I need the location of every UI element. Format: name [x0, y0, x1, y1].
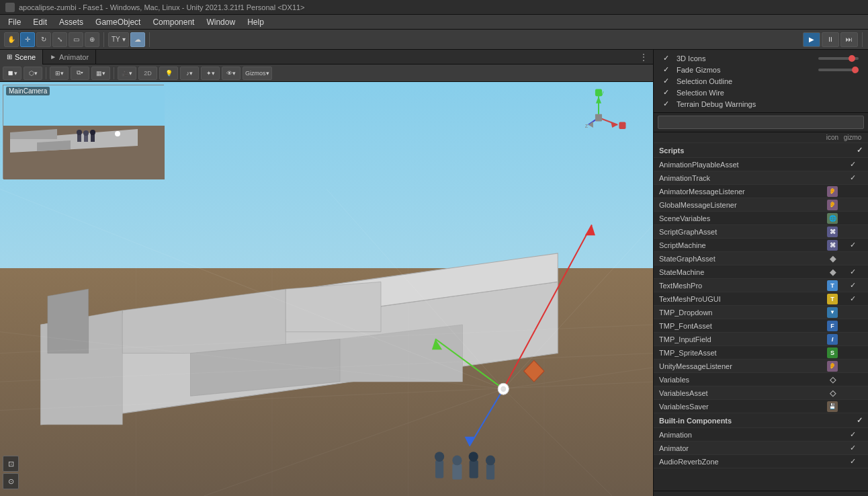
camera-preview: MainCamera — [3, 85, 164, 179]
scene-tool-1[interactable]: ⊡ — [3, 456, 19, 472]
script-row-statemachine[interactable]: StateMachine ◆ ✓ — [654, 265, 868, 279]
script-gizmo-cell: ✓ — [842, 160, 863, 169]
script-gizmo-cell: ✓ — [842, 457, 863, 466]
tab-scene[interactable]: ⊞ Scene — [0, 50, 43, 65]
hidden-btn[interactable]: 👁▾ — [222, 67, 241, 80]
sun-icon: ✦ — [79, 329, 94, 351]
scene-viewport[interactable]: y z MainCamera — [0, 82, 653, 496]
tabs-more[interactable]: ⋮ — [634, 52, 653, 62]
pause-button[interactable]: ⏸ — [822, 32, 839, 47]
cloud-btn[interactable]: ☁ — [130, 32, 145, 47]
light-btn[interactable]: 💡 — [159, 67, 178, 80]
rotate-tool[interactable]: ↻ — [36, 32, 51, 47]
script-icon-cell: 👂 — [822, 186, 842, 197]
script-name: TextMeshProUGUI — [659, 295, 822, 303]
script-row-globalmessagelistener[interactable]: GlobalMessageListener 👂 — [654, 198, 868, 212]
script-name: Variables — [659, 376, 822, 384]
script-row-tmp-inputfield[interactable]: TMP_InputField I — [654, 333, 868, 346]
play-button[interactable]: ▶ — [803, 32, 820, 47]
script-row-scriptgraphasset[interactable]: ScriptGraphAsset ⌘ — [654, 225, 868, 239]
fx-btn[interactable]: ✦▾ — [201, 67, 220, 80]
ear-icon: 👂 — [827, 200, 838, 210]
script-row-variablesasset[interactable]: VariablesAsset ◇ — [654, 386, 868, 400]
script-row-tmp-fontasset[interactable]: TMP_FontAsset F — [654, 319, 868, 333]
ear-icon: 👂 — [827, 361, 838, 372]
script-name: TMP_SpriteAsset — [659, 349, 822, 357]
gizmos-terrain-row[interactable]: ✓ Terrain Debug Warnings — [659, 98, 863, 110]
script-row-scenevariables[interactable]: SceneVariables 🌐 — [654, 212, 868, 225]
toolbar: ✋ ✛ ↻ ⤡ ▭ ⊕ TY ▾ ☁ ▶ ⏸ ⏭ — [0, 30, 868, 50]
tab-animator[interactable]: ► Animator — [43, 50, 96, 65]
fade-slider[interactable] — [818, 69, 859, 71]
svg-point-60 — [115, 131, 120, 136]
dropdown-icon: ▼ — [827, 307, 838, 318]
pivot-dropdown[interactable]: TY ▾ — [108, 32, 129, 47]
menu-gameobject[interactable]: GameObject — [90, 16, 146, 28]
script-icon-cell: F — [822, 321, 842, 331]
menu-window[interactable]: Window — [201, 16, 241, 28]
scale-tool[interactable]: ⤡ — [52, 32, 67, 47]
gizmos-selection-outline-row[interactable]: ✓ Selection Outline — [659, 75, 863, 87]
script-row-animationplayableasset[interactable]: AnimationPlayableAsset ✓ — [654, 158, 868, 171]
object-btn[interactable]: ⬡▾ — [24, 67, 42, 80]
scripts-section-check[interactable]: ✓ — [857, 146, 863, 155]
script-row-unitymessagelistener[interactable]: UnityMessageListener 👂 — [654, 360, 868, 373]
script-icon-cell: 👂 — [822, 200, 842, 210]
gizmos-fade-label: Fade Gizmos — [677, 66, 720, 74]
script-icon-cell: ⌘ — [822, 240, 842, 251]
step-button[interactable]: ⏭ — [840, 32, 858, 47]
transform-tools-group: ✋ ✛ ↻ ⤡ ▭ ⊕ — [4, 32, 104, 47]
menu-component[interactable]: Component — [147, 16, 200, 28]
3d-icons-slider[interactable] — [818, 57, 859, 60]
builtin-section-check[interactable]: ✓ — [857, 416, 863, 425]
script-row-textmeshpougui[interactable]: TextMeshProUGUI T ✓ — [654, 292, 868, 306]
gizmos-selection-wire-row[interactable]: ✓ Selection Wire — [659, 87, 863, 98]
network-icon: ⌘ — [827, 226, 838, 237]
script-row-animationtrack[interactable]: AnimationTrack ✓ — [654, 171, 868, 185]
scene-tool-2[interactable]: ⊙ — [3, 473, 19, 489]
script-row-stategraphasset[interactable]: StateGraphAsset ◆ — [654, 252, 868, 265]
saver-icon: 💾 — [827, 401, 838, 412]
menu-edit[interactable]: Edit — [28, 16, 52, 28]
script-row-variables[interactable]: Variables ◇ — [654, 373, 868, 386]
script-row-animator[interactable]: Animator ✓ — [654, 442, 868, 455]
script-row-animation[interactable]: Animation ✓ — [654, 428, 868, 442]
script-row-scriptmachine[interactable]: ScriptMachine ⌘ ✓ — [654, 239, 868, 252]
gizmos-fade-row[interactable]: ✓ Fade Gizmos — [659, 64, 863, 75]
network-icon: ⌘ — [827, 240, 838, 251]
grid-btn[interactable]: ⊞▾ — [50, 67, 69, 80]
combined-tool[interactable]: ⊕ — [85, 32, 99, 47]
script-icon-cell: I — [822, 334, 842, 345]
2d-btn[interactable]: 2D — [138, 67, 157, 80]
script-name: AnimatorMessageListener — [659, 188, 822, 196]
move-tool[interactable]: ✛ — [20, 32, 35, 47]
camera-btn[interactable]: 🎥▾ — [118, 67, 136, 80]
script-row-tmp-dropdown[interactable]: TMP_Dropdown ▼ — [654, 306, 868, 319]
gizmos-btn[interactable]: Gizmos▾ — [243, 67, 272, 80]
script-row-textmeshpro[interactable]: TextMeshPro T ✓ — [654, 279, 868, 292]
script-row-variablessaver[interactable]: VariablesSaver 💾 — [654, 400, 868, 413]
script-icon-cell: 🌐 — [822, 213, 842, 224]
search-input[interactable] — [658, 116, 864, 129]
snap-btn[interactable]: ⧉▾ — [71, 67, 89, 80]
script-name: SceneVariables — [659, 214, 822, 222]
title-bar: apocalipse-zumbi - Fase1 - Windows, Mac,… — [0, 0, 868, 15]
script-row-animatormessagelistener[interactable]: AnimatorMessageListener 👂 — [654, 185, 868, 198]
script-gizmo-cell: ✓ — [842, 241, 863, 249]
menu-bar: File Edit Assets GameObject Component Wi… — [0, 15, 868, 30]
shading-btn[interactable]: 🔲▾ — [3, 67, 21, 80]
svg-point-55 — [77, 130, 82, 135]
right-panel-bottom — [654, 491, 868, 496]
rect-tool[interactable]: ▭ — [69, 32, 83, 47]
hand-tool[interactable]: ✋ — [4, 32, 19, 47]
menu-assets[interactable]: Assets — [54, 16, 89, 28]
diamond-outline-icon: ◇ — [827, 374, 838, 385]
gizmos-3d-icons-row[interactable]: ✓ 3D Icons — [659, 52, 863, 64]
script-row-tmp-spriteasset[interactable]: TMP_SpriteAsset S — [654, 346, 868, 360]
audio-btn[interactable]: ♪▾ — [180, 67, 199, 80]
f-icon: F — [827, 321, 838, 331]
menu-file[interactable]: File — [3, 16, 26, 28]
script-row-audioreverbzone[interactable]: AudioReverbZone ✓ — [654, 455, 868, 468]
render-btn[interactable]: ▦▾ — [91, 67, 110, 80]
menu-help[interactable]: Help — [242, 16, 269, 28]
